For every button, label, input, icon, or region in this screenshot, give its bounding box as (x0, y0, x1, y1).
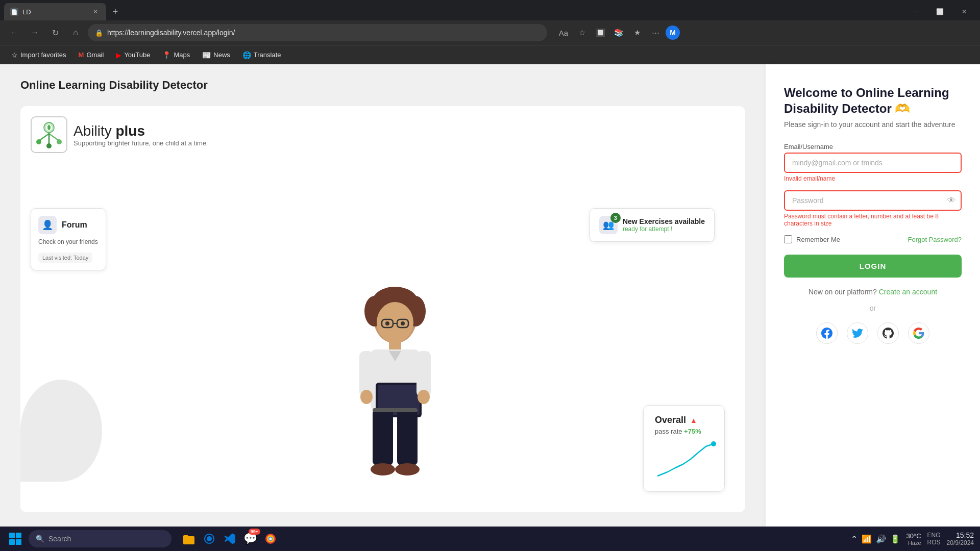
forward-button[interactable]: → (27, 24, 43, 41)
extensions-btn[interactable]: 🔲 (592, 24, 608, 41)
stats-value: +75% (684, 428, 701, 435)
facebook-icon (821, 328, 832, 339)
windows-icon (8, 532, 22, 546)
refresh-button[interactable]: ↻ (47, 24, 63, 41)
remember-label: Remember Me (796, 236, 840, 243)
new-tab-button[interactable]: + (108, 5, 122, 19)
window-controls: ─ ⬜ ✕ (903, 3, 976, 20)
more-btn[interactable]: ⋯ (647, 24, 664, 41)
taskbar: 🔍 Search 💬 99+ (0, 527, 980, 551)
taskbar-file-explorer[interactable] (180, 530, 198, 548)
forum-avatar: 👤 (38, 216, 57, 234)
notif-text: New Exercises available ready for attemp… (623, 217, 705, 233)
gmail-icon: M (79, 51, 84, 59)
form-options: Remember Me Forgot Password? (784, 235, 962, 243)
maps-icon: 📍 (162, 51, 171, 59)
password-wrap: 👁 (784, 190, 962, 211)
taskbar-edge[interactable] (200, 530, 218, 548)
password-toggle-icon[interactable]: 👁 (947, 196, 955, 205)
lang-ros: ROS (927, 539, 941, 546)
create-account-link[interactable]: Create an account (879, 288, 937, 296)
search-icon: 🔍 (36, 535, 44, 543)
email-label: Email/Username (784, 143, 962, 151)
svg-point-17 (385, 321, 389, 325)
taskbar-lang: ENG ROS (927, 532, 941, 546)
login-subtitle: Please sign-in to your account and start… (784, 120, 962, 129)
reading-view-btn[interactable]: Aa (555, 24, 572, 41)
translate-icon: 🌐 (242, 51, 251, 59)
stats-card: Overall ▲ pass rate +75% (643, 405, 725, 492)
chart-area (655, 441, 713, 482)
date-display: 20/9/2024 (947, 539, 974, 546)
remember-checkbox[interactable] (784, 235, 792, 243)
notif-sub: ready for attempt ! (623, 226, 705, 233)
favorites-bar-btn[interactable]: ★ (629, 24, 645, 41)
lock-icon: 🔒 (95, 29, 103, 37)
tab-close-btn[interactable]: ✕ (91, 7, 100, 16)
svg-rect-28 (373, 409, 393, 465)
whatsapp-badge: 99+ (249, 529, 260, 535)
favorites-btn[interactable]: ☆ (574, 24, 590, 41)
vscode-icon (224, 533, 236, 545)
file-explorer-icon (182, 532, 195, 545)
star-icon: ☆ (11, 51, 18, 59)
github-login-button[interactable] (877, 322, 899, 344)
taskbar-search-bar[interactable]: 🔍 Search (29, 530, 172, 547)
svg-point-8 (46, 143, 52, 148)
or-label: or (870, 304, 876, 312)
taskbar-vscode[interactable] (220, 530, 239, 548)
password-input[interactable] (784, 190, 962, 211)
wifi-icon[interactable]: 📶 (862, 534, 872, 544)
volume-icon[interactable]: 🔊 (876, 534, 886, 544)
forgot-password-link[interactable]: Forgot Password? (908, 236, 962, 243)
left-panel: Online Learning Disability Detector (0, 64, 766, 527)
or-divider: or (784, 304, 962, 312)
character-svg (334, 281, 456, 510)
start-button[interactable] (6, 530, 24, 548)
taskbar-chrome[interactable] (261, 530, 280, 548)
browser-chrome: 📄 LD ✕ + ─ ⬜ ✕ ← → ↻ ⌂ 🔒 https://learnin… (0, 0, 980, 64)
edge-icon (203, 533, 215, 545)
browser-tab[interactable]: 📄 LD ✕ (4, 3, 106, 20)
facebook-login-button[interactable] (816, 322, 838, 344)
profile-button[interactable]: M (666, 26, 680, 40)
bookmark-maps[interactable]: 📍 Maps (157, 49, 195, 61)
new-platform-text: New on our platform? (808, 288, 877, 296)
bookmark-translate[interactable]: 🌐 Translate (237, 49, 286, 61)
email-input[interactable] (784, 153, 962, 173)
twitter-login-button[interactable] (847, 322, 868, 344)
svg-point-6 (36, 139, 41, 144)
hero-container: Ability plus Supporting brighter future,… (20, 106, 745, 512)
bookmark-youtube[interactable]: ▶ YouTube (111, 49, 155, 61)
forum-card[interactable]: 👤 Forum Check on your friends Last visit… (31, 208, 106, 270)
url-bar[interactable]: 🔒 https://learningdisability.vercel.app/… (88, 24, 547, 41)
bookmark-news[interactable]: 📰 News (197, 49, 235, 61)
forum-title: Forum (62, 220, 87, 230)
close-button[interactable]: ✕ (952, 3, 976, 20)
forum-card-header: 👤 Forum (38, 216, 99, 234)
taskbar-clock[interactable]: 15:52 20/9/2024 (947, 531, 974, 546)
home-button[interactable]: ⌂ (67, 24, 84, 41)
login-button[interactable]: LOGIN (784, 255, 962, 278)
bookmark-label: Maps (174, 51, 190, 59)
address-bar: ← → ↻ ⌂ 🔒 https://learningdisability.ver… (0, 20, 980, 45)
logo-svg (34, 119, 64, 150)
svg-point-7 (57, 139, 62, 144)
minimize-button[interactable]: ─ (903, 3, 927, 20)
bookmark-import-favorites[interactable]: ☆ Import favorites (6, 49, 71, 61)
maximize-button[interactable]: ⬜ (928, 3, 951, 20)
taskbar-whatsapp[interactable]: 💬 99+ (241, 530, 259, 548)
logo-text-area: Ability plus Supporting brighter future,… (74, 123, 206, 147)
google-login-button[interactable] (908, 322, 929, 344)
back-button[interactable]: ← (6, 24, 22, 41)
svg-rect-35 (16, 533, 21, 538)
collections-btn[interactable]: 📚 (610, 24, 627, 41)
bookmark-gmail[interactable]: M Gmail (74, 49, 109, 61)
svg-point-33 (711, 441, 716, 446)
chart-svg (655, 441, 716, 480)
svg-point-27 (418, 390, 430, 404)
battery-icon[interactable]: 🔋 (890, 534, 900, 544)
stats-title: Overall (655, 415, 686, 425)
chevron-up-icon[interactable]: ⌃ (851, 534, 857, 544)
svg-point-31 (395, 463, 420, 475)
